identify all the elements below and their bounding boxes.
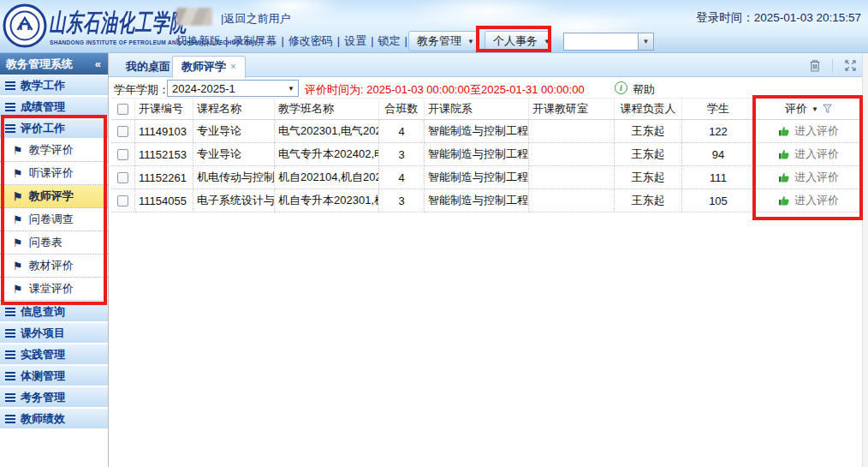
enter-evaluation-link[interactable]: 进入评价 [778, 170, 839, 185]
class-name: 机自专升本202301,机自 [275, 189, 379, 213]
thumbs-up-icon [778, 171, 790, 183]
row-checkbox[interactable] [117, 126, 128, 137]
sidebar-group-teacher-performance[interactable]: 教师绩效 [0, 408, 108, 428]
combobox-dropdown-button[interactable]: ▼ [639, 33, 654, 51]
sort-arrow-icon[interactable]: ▼ [812, 105, 818, 113]
tab-my-desktop[interactable]: 我的桌面 [117, 57, 179, 76]
sidebar-group-label: 课外项目 [21, 326, 65, 341]
menu-list-icon [5, 124, 15, 133]
sidebar-item-label: 课堂评价 [29, 281, 74, 296]
enter-evaluation-label: 进入评价 [794, 123, 839, 139]
filter-bar: 学年学期： 2024-2025-1 ▼ 评价时间为: 2025-01-03 00… [109, 77, 862, 99]
table-row: 11152261 机电传动与控制 机自202104,机自20210 4 智能制造… [111, 166, 862, 189]
col-evaluate: 评价 [785, 101, 807, 117]
class-name: 电气202301,电气20230 [275, 120, 379, 143]
row-checkbox[interactable] [117, 149, 128, 160]
chevron-down-icon: ▼ [288, 85, 294, 93]
sidebar-group-grades[interactable]: 成绩管理 [0, 96, 108, 117]
sidebar-item-teacher-evaluates-students[interactable]: ⚑ 教师评学 [0, 185, 108, 208]
combobox-input[interactable] [563, 33, 639, 51]
table-row: 11152153 专业导论 电气专升本202402,电气 3 智能制造与控制工程… [111, 143, 862, 166]
course-leader: 王东起 [615, 189, 682, 213]
sidebar-item-questionnaire-survey[interactable]: ⚑ 问卷调查 [0, 208, 108, 231]
sidebar-group-label: 体测管理 [21, 368, 65, 384]
col-course-id: 开课编号 [135, 99, 193, 119]
course-name: 专业导论 [193, 143, 275, 166]
sidebar-header: 教务管理系统 « [0, 53, 108, 75]
link-change-password[interactable]: 修改密码 [288, 34, 333, 47]
table-row: 11154055 电子系统设计与综 机自专升本202301,机自 3 智能制造与… [111, 189, 862, 213]
sidebar-group-practice[interactable]: 实践管理 [0, 344, 108, 364]
sidebar-item-textbook-evaluation[interactable]: ⚑ 教材评价 [0, 254, 108, 278]
tab-label: 教师评学 [181, 60, 226, 73]
sidebar-item-teaching-evaluation[interactable]: ⚑ 教学评价 [0, 139, 108, 162]
sidebar-group-evaluation[interactable]: 评价工作 [0, 117, 108, 138]
close-tab-icon[interactable]: × [230, 61, 236, 73]
link-settings[interactable]: 设置 [344, 34, 366, 47]
collapse-sidebar-icon[interactable]: « [95, 57, 101, 70]
col-department: 开课院系 [425, 99, 529, 119]
thumbs-up-icon [778, 195, 790, 207]
menu-academic-management[interactable]: 教务管理 ▼ [408, 31, 478, 51]
thumbs-up-icon [778, 148, 790, 160]
enter-evaluation-link[interactable]: 进入评价 [778, 147, 839, 162]
app-header: 山东石油化工学院 SHANDONG INSTITUTE OF PETROLEUM… [0, 0, 868, 53]
filter-funnel-icon[interactable] [823, 104, 832, 114]
link-separator: | [371, 34, 373, 47]
flag-icon: ⚑ [13, 260, 23, 272]
login-time-label: 登录时间： [696, 11, 754, 24]
enter-evaluation-link[interactable]: 进入评价 [778, 123, 839, 139]
course-id: 11152261 [135, 166, 193, 189]
select-all-checkbox[interactable] [117, 104, 128, 115]
sidebar-group-label: 实践管理 [21, 347, 65, 362]
course-table: 开课编号 课程名称 教学班名称 合班数 开课院系 开课教研室 课程负责人 学生 … [111, 98, 862, 213]
link-record-screen[interactable]: 录制屏幕 [232, 34, 276, 47]
menu-list-icon [5, 415, 15, 423]
sidebar-item-label: 问卷调查 [29, 212, 74, 227]
enter-evaluation-link[interactable]: 进入评价 [778, 193, 839, 208]
teaching-office [529, 189, 615, 213]
help-link[interactable]: 帮助 [633, 82, 655, 98]
tab-teacher-evaluates-students[interactable]: 教师评学× [172, 56, 246, 78]
sidebar-title: 教务管理系统 [6, 57, 73, 72]
flag-icon: ⚑ [13, 190, 23, 203]
trash-icon[interactable] [808, 58, 822, 73]
row-checkbox[interactable] [117, 195, 128, 207]
university-name: 山东石油化工学院 [49, 7, 187, 39]
return-previous-user-link[interactable]: |返回之前用户 [221, 11, 290, 27]
sidebar-group-teaching[interactable]: 教学工作 [0, 75, 108, 95]
menu-academic-label: 教务管理 [417, 33, 461, 49]
chevron-down-icon: ▼ [643, 38, 650, 45]
sidebar-group-label: 教师绩效 [21, 411, 65, 427]
sidebar-item-classroom-evaluation[interactable]: ⚑ 课堂评价 [0, 278, 108, 301]
col-class-name: 教学班名称 [275, 99, 379, 119]
flag-icon: ⚑ [13, 167, 23, 180]
blurred-username [176, 8, 212, 26]
enter-evaluation-label: 进入评价 [794, 193, 839, 208]
sidebar-group-info-query[interactable]: 信息查询 [0, 301, 108, 321]
sidebar-group-exam-management[interactable]: 考务管理 [0, 386, 108, 407]
menu-list-icon [5, 393, 15, 402]
course-id: 11149103 [135, 120, 193, 143]
class-name: 机自202104,机自20210 [275, 166, 379, 189]
vertical-scrollbar[interactable] [862, 53, 868, 467]
course-id: 11152153 [135, 143, 193, 166]
sidebar-group-extracurricular[interactable]: 课外项目 [0, 322, 108, 343]
menu-personal-affairs[interactable]: 个人事务 ▼ [485, 31, 550, 51]
chevron-down-icon: ▼ [467, 38, 474, 45]
fullscreen-icon[interactable] [843, 58, 858, 73]
sidebar-group-label: 教学工作 [21, 78, 65, 93]
row-checkbox[interactable] [117, 172, 128, 183]
sidebar-group-fitness-test[interactable]: 体测管理 [0, 365, 108, 386]
info-icon[interactable]: i [615, 81, 627, 94]
sidebar-item-questionnaire-form[interactable]: ⚑ 问卷表 [0, 231, 108, 254]
term-select[interactable]: 2024-2025-1 ▼ [167, 80, 299, 97]
class-name: 电气专升本202402,电气 [275, 143, 379, 166]
col-teaching-office: 开课教研室 [529, 99, 615, 119]
sidebar-item-lecture-evaluation[interactable]: ⚑ 听课评价 [0, 162, 108, 185]
main-content: 我的桌面 教师评学× 学年学期： 2024-2025-1 ▼ 评价时间为: 20… [109, 53, 868, 467]
link-switch-new-version[interactable]: 切换新版 [176, 34, 221, 47]
link-lock[interactable]: 锁定 [378, 34, 401, 47]
sidebar-item-label: 教材评价 [29, 258, 74, 273]
col-merged-count: 合班数 [379, 99, 425, 119]
